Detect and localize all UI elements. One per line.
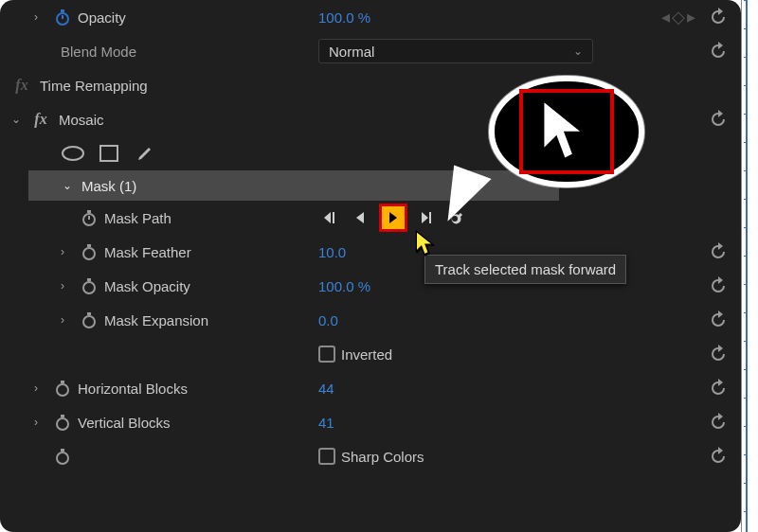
blend-mode-label: Blend Mode <box>61 44 136 60</box>
opacity-value[interactable]: 100.0 % <box>318 9 370 26</box>
vertical-blocks-label: Vertical Blocks <box>78 415 171 431</box>
rectangle-mask-button[interactable] <box>97 143 121 164</box>
mask-opacity-label: Mask Opacity <box>104 278 190 294</box>
svg-rect-4 <box>87 210 91 213</box>
chevron-down-icon[interactable]: ⌄ <box>63 179 76 192</box>
horizontal-blocks-label: Horizontal Blocks <box>78 381 188 397</box>
track-backward-button[interactable] <box>349 206 373 229</box>
reset-button[interactable] <box>707 269 730 303</box>
inverted-checkbox[interactable] <box>318 346 335 363</box>
tooltip-text: Track selected mask forward <box>435 261 616 277</box>
track-forward-button[interactable] <box>379 204 407 232</box>
mask-label: Mask (1) <box>81 178 136 194</box>
stopwatch-icon[interactable] <box>80 242 99 261</box>
horizontal-blocks-value[interactable]: 44 <box>318 381 334 397</box>
timeline-ruler <box>741 0 758 532</box>
mask-expansion-value[interactable]: 0.0 <box>318 312 338 328</box>
chevron-right-icon[interactable]: › <box>34 10 47 24</box>
track-forward-one-frame-button[interactable] <box>413 206 438 229</box>
effect-controls-panel: › Opacity 100.0 % ◂◇▸ Blend Mode Normal … <box>0 0 741 532</box>
opacity-row: › Opacity 100.0 % ◂◇▸ <box>0 0 741 34</box>
ellipse-mask-button[interactable] <box>61 143 85 164</box>
mask-feather-label: Mask Feather <box>104 244 191 260</box>
reset-button[interactable] <box>707 337 730 371</box>
vertical-blocks-row: › Vertical Blocks 41 <box>0 405 741 439</box>
reset-button[interactable] <box>707 0 730 34</box>
svg-rect-7 <box>87 244 91 247</box>
svg-point-6 <box>83 248 95 259</box>
svg-point-16 <box>57 452 68 464</box>
reset-button[interactable] <box>707 102 730 136</box>
reset-button[interactable] <box>707 371 730 405</box>
stopwatch-icon[interactable] <box>80 208 99 227</box>
svg-rect-15 <box>61 415 64 417</box>
mask-inverted-row: Inverted <box>0 337 741 371</box>
blend-mode-row: Blend Mode Normal ⌄ <box>0 34 741 68</box>
stopwatch-icon[interactable] <box>53 447 72 466</box>
callout-bubble <box>489 76 644 187</box>
reset-button[interactable] <box>707 34 730 68</box>
reset-button[interactable] <box>707 235 730 269</box>
stopwatch-icon[interactable] <box>80 310 99 329</box>
mask-opacity-value[interactable]: 100.0 % <box>318 278 370 294</box>
svg-rect-17 <box>61 449 64 452</box>
tooltip: Track selected mask forward <box>424 255 626 284</box>
time-remapping-label: Time Remapping <box>40 78 148 94</box>
stopwatch-icon[interactable] <box>80 276 99 295</box>
track-backward-one-frame-button[interactable] <box>318 206 343 229</box>
mosaic-label: Mosaic <box>59 112 104 128</box>
svg-point-10 <box>83 316 95 328</box>
chevron-right-icon[interactable]: › <box>61 245 74 258</box>
chevron-right-icon[interactable]: › <box>34 381 47 395</box>
mask-opacity-row: › Mask Opacity 100.0 % <box>0 269 741 303</box>
horizontal-blocks-row: › Horizontal Blocks 44 <box>0 371 741 405</box>
reset-button[interactable] <box>707 439 730 473</box>
chevron-right-icon[interactable]: › <box>61 279 74 293</box>
stopwatch-icon[interactable] <box>53 8 72 27</box>
callout-highlight <box>519 89 614 174</box>
reset-button[interactable] <box>707 303 730 337</box>
stopwatch-icon[interactable] <box>53 413 72 432</box>
svg-point-8 <box>83 282 95 293</box>
mask-expansion-label: Mask Expansion <box>104 312 208 328</box>
cursor-icon <box>533 93 600 171</box>
fx-badge-icon: fx <box>11 77 32 94</box>
chevron-down-icon[interactable]: ⌄ <box>11 113 25 126</box>
keyframe-nav[interactable]: ◂◇▸ <box>661 0 695 34</box>
chevron-down-icon: ⌄ <box>573 44 583 58</box>
svg-rect-1 <box>61 9 64 12</box>
pen-mask-button[interactable] <box>133 143 157 164</box>
svg-point-12 <box>57 384 68 396</box>
inverted-label: Inverted <box>341 346 392 363</box>
opacity-label: Opacity <box>78 9 126 26</box>
mask-path-row: Mask Path <box>0 201 741 235</box>
blend-mode-value: Normal <box>329 44 374 60</box>
stopwatch-icon[interactable] <box>53 379 72 398</box>
mask-feather-value[interactable]: 10.0 <box>318 244 346 260</box>
mask-expansion-row: › Mask Expansion 0.0 <box>0 303 741 337</box>
svg-rect-13 <box>61 381 64 383</box>
svg-rect-11 <box>87 312 91 315</box>
chevron-right-icon[interactable]: › <box>34 416 47 429</box>
sharp-colors-checkbox[interactable] <box>318 448 335 465</box>
sharp-colors-row: › Sharp Colors <box>0 439 741 473</box>
svg-point-14 <box>57 418 68 430</box>
reset-button[interactable] <box>707 405 730 439</box>
vertical-blocks-value[interactable]: 41 <box>318 415 334 431</box>
chevron-right-icon[interactable]: › <box>61 313 74 327</box>
time-remapping-row[interactable]: fx Time Remapping <box>0 68 741 102</box>
fx-badge-icon: fx <box>30 111 51 128</box>
mask-path-label: Mask Path <box>104 210 171 226</box>
sharp-colors-label: Sharp Colors <box>341 449 424 465</box>
blend-mode-select[interactable]: Normal ⌄ <box>318 39 593 63</box>
mask-feather-row: › Mask Feather 10.0 <box>0 235 741 269</box>
svg-rect-9 <box>87 278 91 281</box>
